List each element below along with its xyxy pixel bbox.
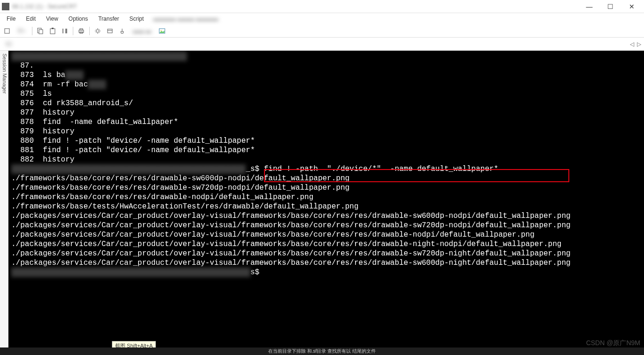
highlight-box: [264, 169, 569, 182]
window-controls: — ☐ ✕: [579, 0, 642, 13]
work-area: Session Manager Command Manager xxxxxxxx…: [0, 51, 644, 351]
toolbar-separator: [32, 27, 32, 35]
session-options-icon[interactable]: [105, 26, 115, 36]
image-icon[interactable]: [157, 26, 167, 36]
watermark: CSDN @原广N9M: [586, 339, 640, 347]
toolbar: R> ▬▬ ▬: [0, 24, 644, 38]
tab-nav: ◁ ▷: [630, 41, 641, 47]
print-icon[interactable]: [76, 26, 86, 36]
copy-icon[interactable]: [35, 26, 46, 36]
paste-icon[interactable]: [47, 26, 58, 36]
tab-prev-icon[interactable]: ◁: [630, 41, 634, 47]
svg-rect-0: [5, 29, 9, 33]
app-icon: [2, 3, 9, 10]
menu-view[interactable]: View: [41, 15, 63, 23]
close-button[interactable]: ✕: [621, 0, 642, 13]
tools-icon[interactable]: [117, 26, 127, 36]
side-panel-tabs: Session Manager Command Manager: [0, 51, 8, 351]
menu-blurred: ▬▬▬▬ ▬▬▬ ▬▬▬▬: [149, 15, 222, 22]
tabs-blurred: 52: [2, 41, 16, 47]
settings-icon[interactable]: [93, 26, 103, 36]
menu-edit[interactable]: Edit: [21, 15, 40, 23]
toolbar-separator: [89, 27, 90, 35]
menu-file[interactable]: File: [2, 15, 20, 23]
quick-connect-icon[interactable]: [2, 26, 12, 36]
svg-point-8: [96, 30, 99, 32]
window-title-bar: 68.1.132 (1) - SecureCRT — ☐ ✕: [0, 0, 644, 13]
menu-script[interactable]: Script: [124, 15, 148, 23]
toolbar-blurred-2: ▬▬ ▬: [129, 28, 155, 34]
svg-rect-2: [39, 30, 43, 34]
menu-transfer[interactable]: Transfer: [93, 15, 124, 23]
tab-next-icon[interactable]: ▷: [637, 41, 641, 47]
session-manager-tab[interactable]: Session Manager: [2, 54, 8, 348]
svg-point-12: [161, 30, 162, 31]
maximize-button[interactable]: ☐: [600, 0, 621, 13]
toolbar-blurred: R>: [14, 28, 29, 34]
window-title: 68.1.132 (1) - SecureCRT: [12, 3, 579, 10]
find-icon[interactable]: [60, 26, 70, 36]
tab-bar: 52 ◁ ▷: [0, 38, 644, 51]
menu-bar: File Edit View Options Transfer Script ▬…: [0, 13, 644, 24]
minimize-button[interactable]: —: [579, 0, 600, 13]
menu-options[interactable]: Options: [64, 15, 93, 23]
svg-rect-3: [50, 29, 55, 34]
toolbar-separator: [73, 27, 73, 35]
svg-rect-6: [80, 29, 83, 30]
taskbar-strip: 在当前目录下排除 和.sf目录 查找所有以 结尾的文件: [0, 347, 644, 355]
svg-rect-4: [52, 28, 54, 29]
svg-rect-9: [108, 29, 112, 33]
terminal[interactable]: xxxxxxxxxxxxxxxxxxxxxxxxxxxxxxxxxxxxxxx …: [8, 51, 644, 351]
